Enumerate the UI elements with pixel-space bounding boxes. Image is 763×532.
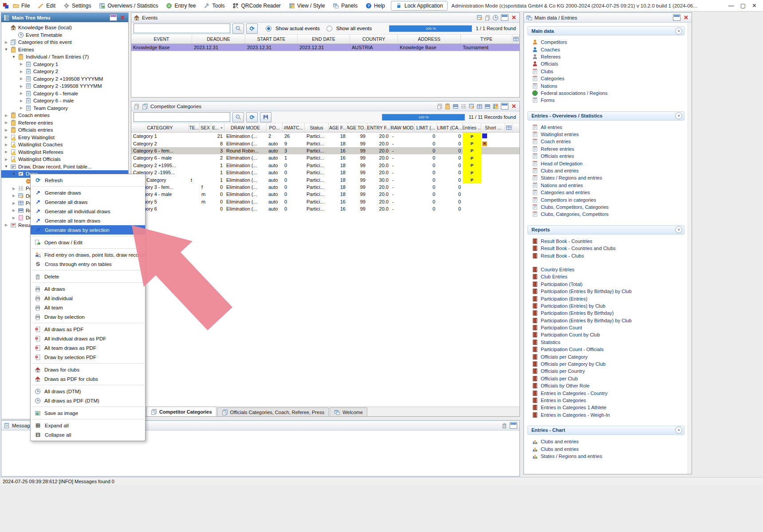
events-maximize-button[interactable] <box>501 14 508 21</box>
sidebar-item-coach-entries[interactable]: Coach entries <box>532 138 684 145</box>
context-menu-item-delete[interactable]: Delete <box>31 272 145 281</box>
categories-table-row[interactable]: Category 5m0Elimination (...auto0Partici… <box>131 198 519 205</box>
categories-column-header-age-to[interactable]: AGE TO... <box>347 123 367 132</box>
tree-expander-icon[interactable]: ▶ <box>4 128 8 132</box>
tree-expander-icon[interactable]: ▶ <box>19 70 24 74</box>
events-column-header-country[interactable]: COUNTRY <box>350 35 398 43</box>
tree-expander-icon[interactable]: ▶ <box>19 84 24 88</box>
menu-tools[interactable]: Tools <box>200 0 228 11</box>
tree-item-officials-entries[interactable]: ▶Officials entries <box>1 126 128 134</box>
categories-column-header-limit-ca[interactable]: LIMIT (CA... <box>437 123 463 132</box>
sidebar-item-result-book-countries[interactable]: Result Book - Countries <box>532 238 684 245</box>
menu-panels[interactable]: Panels <box>329 0 362 11</box>
sidebar-item-officials-per-category-by-club[interactable]: Officials per Category by Club <box>532 360 684 368</box>
sidebar-item-clubs[interactable]: Clubs <box>532 68 684 75</box>
tree-expander-icon[interactable]: ▶ <box>19 91 24 95</box>
sidebar-item-states-regions-and-entries[interactable]: States / Regions and entries <box>532 174 684 181</box>
categories-table-row[interactable]: Category 121Elimination (...226Partici..… <box>131 133 519 140</box>
context-menu-item-generate-draws[interactable]: ↗Generate draws <box>31 188 145 197</box>
tree-expander-icon[interactable]: ▶ <box>12 216 16 220</box>
tree-expander-icon[interactable]: ▼ <box>4 47 8 51</box>
events-column-header-address[interactable]: ADDRESS <box>398 35 461 43</box>
tree-expander-icon[interactable]: ▶ <box>12 187 16 191</box>
tree-expander-icon[interactable]: ▶ <box>4 143 8 147</box>
tree-expander-icon[interactable]: ▼ <box>12 55 16 59</box>
sidebar-item-nations[interactable]: Nations <box>532 82 684 89</box>
sidebar-item-result-book-countries-and-clubs[interactable]: Result Book - Countries and Clubs <box>532 245 684 252</box>
events-search-button[interactable] <box>232 23 244 34</box>
sidebar-item-competitors-in-categories[interactable]: Competitors in categories <box>532 196 684 203</box>
events-column-header-start-date[interactable]: START DATE <box>245 35 298 43</box>
sidebar-item-head-of-delegation[interactable]: Head of Delegation <box>532 160 684 167</box>
categories-maximize-button[interactable] <box>501 103 508 110</box>
message-maximize-button[interactable] <box>510 422 517 429</box>
sidebar-item-clubs-categories-competitors[interactable]: Clubs, Categories, Competitors <box>532 211 684 218</box>
sidebar-item-officials-by-other-role[interactable]: Officials by Other Role <box>532 382 684 389</box>
section-header-reports[interactable]: Reports« <box>527 225 684 235</box>
context-menu-item-refresh[interactable]: ⟳Refresh <box>31 176 145 185</box>
sidebar-item-entries-in-categories-weigh-in[interactable]: Entries in Categories - Weigh-In <box>532 411 684 419</box>
tree-expander-icon[interactable]: ▶ <box>4 40 8 44</box>
sidebar-item-entries-in-categories-country[interactable]: Entries in Categories - Country <box>532 389 684 396</box>
sidebar-item-states-regions-and-entries[interactable]: States / Regions and entries <box>532 453 684 460</box>
context-menu-item-all-team-draws-as-pdf[interactable]: PAll team draws as PDF <box>31 343 145 352</box>
tree-item-category-2-199508-yyyymm[interactable]: ▶Category 2 +199508 YYYYMM <box>1 75 128 83</box>
categories-table-row[interactable]: Category 4 - malem0Elimination (...auto0… <box>131 191 519 198</box>
tree-item-category-6-male[interactable]: ▶Category 6 - male <box>1 97 128 105</box>
section-header-entries-overviews-statistics[interactable]: Entries - Overviews / Statistics« <box>527 111 684 121</box>
tree-expander-icon[interactable]: ▶ <box>4 121 8 125</box>
tree-item-event-timetable[interactable]: Event Timetable <box>1 31 128 39</box>
dock-maximize-button[interactable] <box>673 14 680 21</box>
menu-file[interactable]: File <box>9 0 34 11</box>
tree-item-category-2-199508-yyyymm[interactable]: ▶Category 2 -199508 YYYYMM <box>1 82 128 90</box>
menu-qrcode-reader[interactable]: QRCode Reader <box>228 0 284 11</box>
context-menu-item-cross-through-entry-on-tables[interactable]: SCross through entry on tables <box>31 259 145 269</box>
tree-item-waitinglist-officials[interactable]: ▶Waitinglist Officials <box>1 156 128 163</box>
categories-column-header-e[interactable]: E...▼ <box>211 123 224 132</box>
context-menu-item-all-draws[interactable]: All draws <box>31 284 145 293</box>
categories-column-header-category[interactable]: CATEGORY <box>131 123 189 132</box>
sidebar-item-entries-in-categories[interactable]: Entries in Categories <box>532 397 684 404</box>
tree-expander-icon[interactable]: ▶ <box>4 150 8 154</box>
sidebar-item-officials-per-club[interactable]: Officials per Club <box>532 375 684 382</box>
categories-column-header-entries[interactable]: Entries ... <box>463 123 481 132</box>
dock-close-button[interactable]: ✕ <box>683 15 689 20</box>
maximize-button[interactable]: ▢ <box>740 2 746 9</box>
sidebar-item-referee-entries[interactable]: Referee entries <box>532 145 684 153</box>
context-menu-item-all-draws-dtm[interactable]: All draws (DTM) <box>31 387 145 396</box>
tree-expander-icon[interactable]: ▶ <box>4 113 8 117</box>
sidebar-item-forms[interactable]: Forms <box>532 97 684 104</box>
tree-maximize-button[interactable] <box>110 14 117 21</box>
sidebar-item-coaches[interactable]: Coaches <box>532 46 684 53</box>
sidebar-item-nations-and-entries[interactable]: Nations and entries <box>532 182 684 189</box>
tree-item-categories-of-this-event[interactable]: ▶Categories of this event <box>1 39 128 46</box>
sidebar-item-officials-per-country[interactable]: Officials per Country <box>532 368 684 375</box>
menu-edit[interactable]: Edit <box>34 0 59 11</box>
categories-table-row[interactable]: Category 2 -1995...1Elimination (...auto… <box>131 169 519 176</box>
categories-table-row[interactable]: Category 60Elimination (...auto0Partici.… <box>131 205 519 212</box>
tree-item-category-2[interactable]: ▶Category 2 <box>1 68 128 75</box>
categories-save-button[interactable] <box>260 112 271 122</box>
collapse-chevron-icon[interactable]: « <box>675 226 682 233</box>
sidebar-item-country-entries[interactable]: Country Entries <box>532 266 684 273</box>
tree-expander-icon[interactable]: ▶ <box>4 157 8 161</box>
categories-search-button[interactable] <box>232 112 244 122</box>
tree-item-draw-draw-record-point-table[interactable]: ▼Draw, Draw record, Point table... <box>1 163 128 171</box>
events-close-button[interactable]: ✕ <box>511 15 517 20</box>
context-menu-item-find-entry-on-draws-point-lists-draw-records[interactable]: Find entry on draws, point lists, draw r… <box>31 250 145 259</box>
sidebar-item-result-book-clubs[interactable]: Result Book - Clubs <box>532 252 684 259</box>
tab-welcome[interactable]: Welcome <box>330 407 367 416</box>
sidebar-item-categories-and-entries[interactable]: Categories and entries <box>532 189 684 196</box>
sidebar-item-clubs-and-entries[interactable]: Clubs and entries <box>532 445 684 452</box>
sidebar-item-clubs-and-entries[interactable]: Clubs and entries <box>532 167 684 174</box>
context-menu-item-open-draw-edit[interactable]: Open draw / Edit <box>31 238 145 247</box>
events-refresh-button[interactable]: ⟳ <box>246 23 258 34</box>
categories-search-input[interactable] <box>134 112 230 122</box>
sidebar-item-participation-entries-by-birthday-by-club[interactable]: Participation (Entries By Birthday) by C… <box>532 317 684 324</box>
tree-expander-icon[interactable]: ▶ <box>12 208 16 212</box>
sidebar-item-officials[interactable]: Officials <box>532 60 684 67</box>
context-menu-item-all-individual[interactable]: All individual <box>31 293 145 303</box>
context-menu-item-draw-by-selection[interactable]: Draw by selection <box>31 312 145 321</box>
tree-expander-icon[interactable]: ▶ <box>12 201 16 205</box>
context-menu-item-generate-draws-by-selection[interactable]: ↗Generate draws by selection <box>31 225 145 235</box>
